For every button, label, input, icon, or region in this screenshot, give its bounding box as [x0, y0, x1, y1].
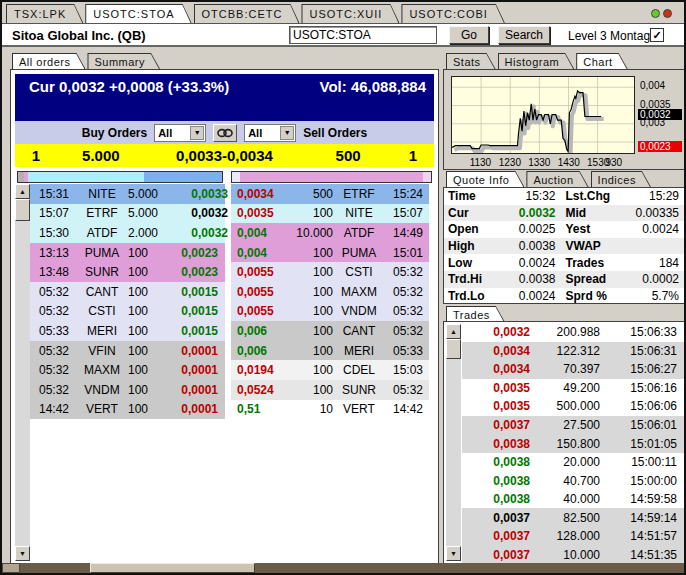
link-button[interactable] — [213, 124, 237, 142]
scroll-down-button[interactable]: ▼ — [446, 546, 461, 561]
bid-row[interactable]: 15:31NITE5.0000,0033 — [30, 184, 225, 204]
x-tick-label: 1130 — [465, 157, 495, 168]
symbol-tab-usotc-xuii[interactable]: USOTC:XUII — [301, 4, 399, 23]
quote-label: Time — [444, 189, 496, 203]
ask-cell: 100 — [291, 246, 333, 260]
ask-cell: 05:32 — [385, 304, 429, 318]
quote-tab-quote-info[interactable]: Quote Info — [446, 171, 524, 187]
ask-row[interactable]: 0,5110VERT14:42 — [231, 400, 429, 420]
ask-row[interactable]: 0,0034500ETRF15:24 — [231, 184, 429, 204]
ask-cell: CANT — [333, 324, 385, 338]
bid-row[interactable]: 05:32MAXM1000,0001 — [30, 360, 225, 380]
y-tick-label: 0,0035 — [638, 99, 673, 110]
bid-row[interactable]: 05:32CSTI1000,0015 — [30, 302, 225, 322]
quote-tab-auction[interactable]: Auction — [526, 171, 588, 187]
volume-line: Vol: 46,088,884 — [320, 78, 426, 95]
bid-cell: 13:13 — [30, 246, 76, 260]
search-button[interactable]: Search — [498, 26, 550, 44]
symbol-tab-tsx-lpk[interactable]: TSX:LPK — [6, 4, 83, 23]
bid-price: 0,0015 — [164, 285, 226, 299]
ask-cell: 05:32 — [385, 285, 429, 299]
book-scrollbar[interactable]: ▲ ▼ — [15, 184, 30, 561]
bid-cell: NITE — [76, 187, 128, 201]
ask-row[interactable]: 0,0055100CSTI05:32 — [231, 262, 429, 282]
ask-cell: 100 — [291, 324, 333, 338]
ask-cell: VNDM — [333, 304, 385, 318]
tab-label: USOTC:XUII — [302, 5, 398, 23]
analysis-tab-stats[interactable]: Stats — [446, 53, 496, 69]
bid-row[interactable]: 15:30ATDF2.0000,0032 — [30, 223, 225, 243]
ask-row[interactable]: 0,0035100NITE15:07 — [231, 204, 429, 224]
trade-row: 0,0038150.80015:01:05 — [462, 434, 684, 453]
ask-cell: 14:42 — [385, 402, 429, 416]
scroll-down-button[interactable]: ▼ — [15, 546, 30, 561]
ask-row[interactable]: 0,006100CANT05:32 — [231, 321, 429, 341]
bid-cell: 5.000 — [128, 206, 174, 220]
trade-row: 0,003840.00014:59:58 — [462, 490, 684, 509]
scroll-up-button[interactable]: ▲ — [446, 324, 461, 339]
bid-cell: 15:30 — [30, 226, 76, 240]
sell-orders-label: Sell Orders — [303, 126, 367, 140]
bid-price: 0,0032 — [174, 226, 236, 240]
ask-row[interactable]: 0,0055100VNDM05:32 — [231, 302, 429, 322]
ask-size: 500 — [304, 147, 392, 164]
buy-filter-select[interactable]: All ▼ — [154, 124, 206, 142]
bid-cell: MAXM — [76, 363, 128, 377]
quote-label: Mid — [562, 206, 620, 220]
ask-row[interactable]: 0,0055100MAXM05:32 — [231, 282, 429, 302]
trade-row: 0,0037128.00014:51:57 — [462, 527, 684, 546]
bid-price: 0,0023 — [164, 246, 226, 260]
symbol-tab-usotc-stoa[interactable]: USOTC:STOA — [85, 4, 191, 23]
symbol-tab-usotc-cobi[interactable]: USOTC:COBI — [401, 4, 504, 23]
bid-row[interactable]: 13:48SUNR1000,0023 — [30, 262, 225, 282]
trades-tab-trades[interactable]: Trades — [446, 306, 505, 322]
tab-label: Summary — [88, 54, 159, 69]
go-button[interactable]: Go — [449, 26, 489, 44]
bid-cell: PUMA — [76, 246, 128, 260]
bid-row[interactable]: 05:33MERI1000,0015 — [30, 321, 225, 341]
ask-row[interactable]: 0,00410.000ATDF14:49 — [231, 223, 429, 243]
status-led-green-icon — [651, 9, 660, 18]
ask-price: 0,0055 — [231, 304, 291, 318]
ask-cell: CDEL — [333, 363, 385, 377]
ask-row[interactable]: 0,0194100CDEL15:03 — [231, 360, 429, 380]
trades-list: 0,0032200.98815:06:330,0034122.31215:06:… — [462, 323, 684, 564]
ask-row[interactable]: 0,004100PUMA15:01 — [231, 243, 429, 263]
trade-size: 40.000 — [530, 492, 600, 506]
montage-tab-all-orders[interactable]: All orders — [12, 53, 85, 69]
bid-cell: 100 — [128, 344, 164, 358]
depth-segment — [28, 172, 144, 182]
bid-book: 15:31NITE5.0000,003315:07ETRF5.0000,0032… — [30, 184, 225, 419]
symbol-input[interactable] — [289, 26, 437, 44]
trades-scrollbar[interactable]: ▲ ▼ — [446, 324, 461, 561]
tab-label: All orders — [13, 54, 84, 69]
analysis-tab-chart[interactable]: Chart — [576, 53, 627, 69]
symbol-tab-otcbb-cetc[interactable]: OTCBB:CETC — [194, 4, 300, 23]
bid-row[interactable]: 05:32VNDM1000,0001 — [30, 380, 225, 400]
ask-cell: 05:32 — [385, 265, 429, 279]
quote-tab-indices[interactable]: Indices — [591, 171, 651, 187]
scroll-thumb[interactable] — [15, 199, 30, 221]
scroll-thumb[interactable] — [446, 339, 461, 359]
analysis-tab-histogram[interactable]: Histogram — [498, 53, 575, 69]
tab-label: Histogram — [499, 54, 574, 69]
bid-row[interactable]: 14:42VERT1000,0001 — [30, 400, 225, 420]
scroll-up-button[interactable]: ▲ — [15, 184, 30, 199]
level3-checkbox[interactable]: ✓ — [650, 28, 664, 42]
bid-row[interactable]: 05:32CANT1000,0015 — [30, 282, 225, 302]
montage-tab-summary[interactable]: Summary — [87, 53, 160, 69]
horizontal-scrollbar[interactable] — [2, 563, 684, 573]
trade-row: 0,003549.20015:06:16 — [462, 379, 684, 398]
ask-row[interactable]: 0,006100MERI05:33 — [231, 341, 429, 361]
bid-row[interactable]: 13:13PUMA1000,0023 — [30, 243, 225, 263]
trade-size: 40.700 — [530, 474, 600, 488]
scroll-thumb[interactable] — [90, 563, 255, 573]
sell-filter-select[interactable]: All ▼ — [244, 124, 296, 142]
ask-row[interactable]: 0,0524100SUNR05:32 — [231, 380, 429, 400]
bid-row[interactable]: 15:07ETRF5.0000,0032 — [30, 204, 225, 224]
ask-price: 0,006 — [231, 324, 291, 338]
trade-time: 15:06:27 — [600, 362, 684, 376]
tab-label: Trades — [447, 307, 504, 322]
bid-row[interactable]: 05:32VFIN1000,0001 — [30, 341, 225, 361]
bid-size: 5.000 — [57, 147, 145, 164]
